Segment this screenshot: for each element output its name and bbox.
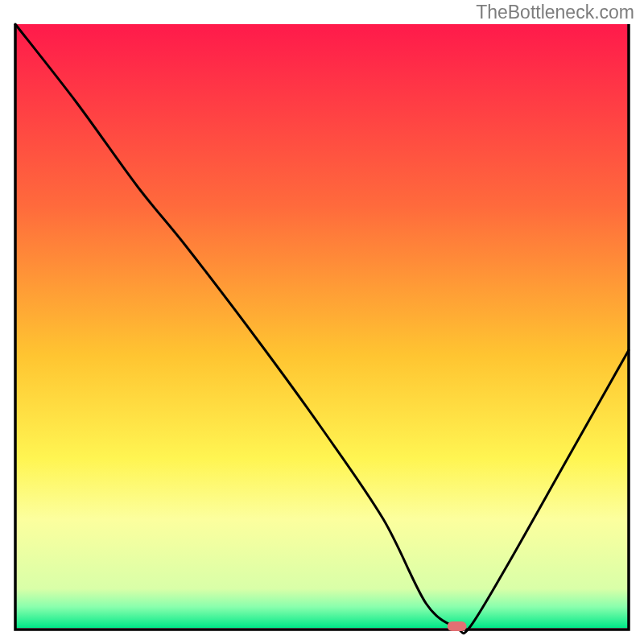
chart-stage: TheBottleneck.com: [0, 0, 644, 644]
highlighted-point: [448, 621, 467, 631]
plot-background: [15, 24, 629, 628]
watermark-label: TheBottleneck.com: [476, 2, 634, 23]
bottleneck-chart: [0, 0, 644, 644]
